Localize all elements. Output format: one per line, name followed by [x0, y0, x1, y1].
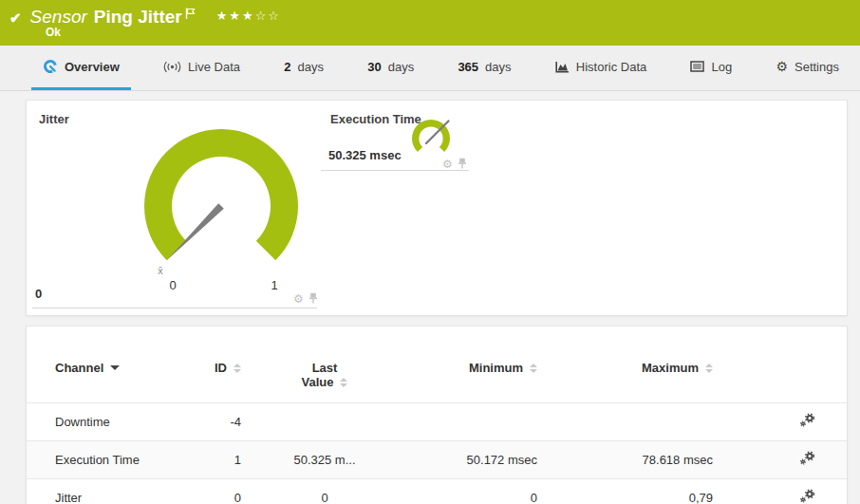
channel-last-value: 50.325 m... — [241, 441, 408, 479]
tab-label: days — [297, 60, 323, 74]
star-rating[interactable]: ★★★☆☆ — [216, 9, 281, 23]
column-header-last-value[interactable]: Last Value — [241, 355, 408, 403]
tab-settings[interactable]: ⚙ Settings — [764, 46, 851, 90]
column-label: ID — [215, 361, 227, 375]
channel-name[interactable]: Execution Time — [27, 441, 188, 479]
flag-icon[interactable] — [185, 7, 196, 24]
sort-icon — [530, 364, 537, 373]
channel-minimum — [408, 403, 537, 441]
area-chart-icon — [555, 61, 570, 73]
status-badge: Ok — [46, 26, 61, 39]
jitter-gauge-value: 0 — [35, 287, 42, 301]
channel-name[interactable]: Jitter — [27, 479, 188, 504]
tab-label: Settings — [795, 60, 839, 74]
tab-number: 2 — [284, 60, 290, 74]
column-label: Value — [302, 375, 334, 389]
table-row[interactable]: Jitter 0 0 0 0,79 — [27, 479, 847, 504]
sensor-title: Ping Jitter — [94, 7, 182, 28]
tab-number: 365 — [458, 60, 478, 74]
sort-desc-icon — [110, 365, 120, 370]
column-header-maximum[interactable]: Maximum — [537, 355, 713, 403]
sensor-kind-label: Sensor — [30, 7, 87, 28]
channel-id: 1 — [188, 441, 241, 479]
channel-name[interactable]: Downtime — [27, 403, 188, 441]
check-icon: ✔ — [9, 9, 22, 27]
table-header-row: Channel ID Last Value — [27, 355, 847, 403]
sensor-status-bar: ✔ Sensor Ping Jitter ★★★☆☆ Ok — [0, 0, 860, 46]
column-header-settings — [713, 355, 847, 403]
gauge-settings-gear-icon[interactable]: ⚙ — [293, 293, 304, 305]
jitter-gauge-title: Jitter — [39, 112, 69, 126]
tab-365-days[interactable]: 365 days — [446, 46, 522, 90]
gauge-settings-gear-icon[interactable]: ⚙ — [442, 159, 453, 170]
tab-bar: Overview Live Data 2 days 30 days 365 da… — [0, 46, 860, 91]
average-marker: x̄ — [158, 265, 163, 276]
tab-label: Live Data — [188, 60, 240, 74]
column-label: Maximum — [642, 361, 699, 375]
jitter-block-divider — [32, 308, 317, 308]
sort-icon — [340, 378, 347, 387]
tab-label: Log — [711, 60, 732, 74]
tab-label: Overview — [65, 60, 120, 74]
table-row[interactable]: Execution Time 1 50.325 m... 50.172 msec… — [27, 441, 847, 479]
channel-last-value — [241, 403, 408, 441]
sort-icon — [234, 364, 241, 373]
column-label: Channel — [55, 361, 103, 375]
tab-number: 30 — [367, 60, 381, 74]
channel-table: Channel ID Last Value — [27, 355, 847, 504]
channel-minimum: 0 — [408, 479, 537, 504]
channel-id: 0 — [188, 479, 241, 504]
pin-icon[interactable] — [308, 290, 318, 308]
channel-settings-icon[interactable] — [799, 455, 815, 469]
column-header-channel[interactable]: Channel — [27, 355, 188, 403]
column-header-minimum[interactable]: Minimum — [408, 355, 537, 403]
column-label: Last — [241, 361, 408, 375]
channel-settings-icon[interactable] — [799, 493, 815, 504]
gauges-panel: Jitter x̄ 0 1 0 ⚙ Execution Time 50.325 … — [26, 100, 848, 316]
tab-2-days[interactable]: 2 days — [272, 46, 335, 90]
tab-label: Historic Data — [576, 60, 646, 74]
tab-live-data[interactable]: Live Data — [152, 46, 252, 90]
tab-log[interactable]: Log — [679, 46, 743, 90]
tab-label: days — [485, 60, 511, 74]
channel-last-value: 0 — [241, 479, 408, 504]
gauge-scale-max: 1 — [271, 278, 277, 292]
sort-icon — [705, 364, 713, 373]
jitter-gauge-controls: ⚙ — [293, 290, 318, 308]
channel-id: -4 — [188, 403, 241, 441]
gauge-scale-min: 0 — [169, 278, 176, 292]
table-row[interactable]: Downtime -4 — [27, 403, 847, 441]
tab-overview[interactable]: Overview — [31, 46, 131, 90]
gauge-icon — [43, 59, 58, 74]
column-label: Minimum — [469, 361, 523, 375]
log-list-icon — [690, 61, 704, 72]
channel-minimum: 50.172 msec — [408, 441, 537, 479]
execution-time-gauge-value: 50.325 msec — [328, 148, 402, 162]
tab-historic-data[interactable]: Historic Data — [544, 46, 658, 90]
channels-panel: Channel ID Last Value — [26, 326, 848, 504]
channel-maximum: 0,79 — [537, 479, 713, 504]
tab-30-days[interactable]: 30 days — [356, 46, 425, 90]
channel-maximum: 78.618 msec — [537, 441, 713, 479]
execution-time-block-divider — [321, 170, 469, 171]
broadcast-icon — [163, 61, 181, 73]
tab-label: days — [388, 60, 414, 74]
jitter-gauge: x̄ 0 1 — [131, 111, 311, 301]
column-header-id[interactable]: ID — [188, 355, 241, 403]
execution-time-gauge-title: Execution Time — [330, 112, 421, 126]
channel-maximum — [537, 403, 713, 441]
gear-icon: ⚙ — [776, 60, 788, 73]
channel-settings-icon[interactable] — [799, 417, 815, 431]
